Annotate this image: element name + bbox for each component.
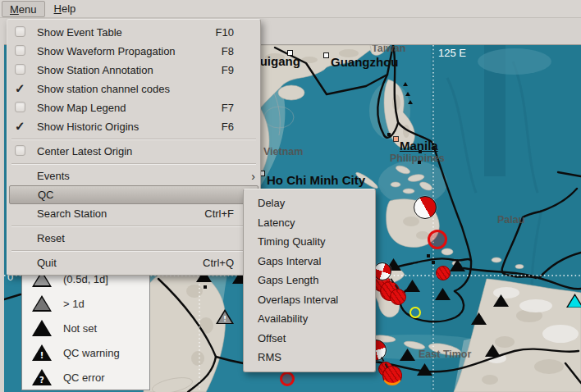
menu-separator — [8, 223, 259, 229]
station-square[interactable] — [204, 285, 207, 289]
legend-triangle-warning-icon: ! — [32, 344, 52, 361]
focal-mechanism[interactable] — [414, 196, 437, 219]
submenu-item-latency[interactable]: Latency — [244, 213, 375, 233]
menu-item-center-latest-origin[interactable]: Center Latest Origin — [7, 142, 260, 161]
station-triangle[interactable] — [485, 344, 501, 357]
legend-row: Not set — [22, 316, 149, 340]
station-square[interactable] — [432, 261, 435, 264]
menu-item-show-station-annotation[interactable]: Show Station Annotation F9 — [7, 61, 260, 80]
menu-item-reset[interactable]: Reset — [7, 229, 260, 248]
event-circle[interactable] — [382, 366, 402, 385]
station-triangle[interactable] — [493, 294, 509, 307]
event-circle[interactable] — [280, 371, 295, 386]
menu-item-events[interactable]: Events › — [7, 166, 260, 185]
submenu-arrow-icon: › — [247, 170, 255, 183]
submenu-item-offset[interactable]: Offset — [244, 329, 375, 349]
checkbox-unchecked-icon — [15, 45, 27, 57]
menu-item-show-station-channel-codes[interactable]: ✓ Show station channel codes — [7, 80, 260, 98]
menu-separator — [8, 136, 259, 142]
menubar-help[interactable]: Help — [47, 1, 84, 17]
menu-item-show-historic-origins[interactable]: ✓ Show Historic Origins F6 — [7, 117, 260, 136]
submenu-item-gaps-length[interactable]: Gaps Length — [244, 271, 375, 290]
menu-separator — [8, 161, 259, 166]
station-square[interactable] — [419, 150, 422, 153]
menu-item-show-event-table[interactable]: Show Event Table F10 — [7, 23, 260, 42]
legend-triangle-error-icon: ? — [32, 369, 52, 385]
menu-item-qc[interactable]: QC › — [9, 185, 258, 204]
event-circle-yellow[interactable] — [409, 307, 421, 318]
checkbox-unchecked-icon — [15, 26, 27, 39]
station-triangle-warning[interactable]: ! — [216, 309, 234, 324]
checkbox-unchecked-icon — [15, 145, 27, 157]
station-triangle[interactable] — [417, 363, 432, 376]
submenu-item-overlaps-interval[interactable]: Overlaps Interval — [244, 290, 375, 310]
legend-row: ? QC error — [22, 365, 149, 390]
submenu-item-timing-quality[interactable]: Timing Quality — [244, 232, 375, 252]
station-triangle[interactable] — [400, 349, 415, 361]
menu-item-show-map-legend[interactable]: Show Map Legend F7 — [7, 98, 260, 117]
menu-item-search-station[interactable]: Search Station Ctrl+F — [7, 204, 260, 223]
menu-item-show-waveform-propagation[interactable]: Show Waveform Propagation F8 — [7, 42, 260, 61]
checkmark-icon: ✓ — [15, 121, 27, 133]
submenu-item-availability[interactable]: Availability — [244, 309, 375, 329]
legend-row: ! QC warning — [22, 340, 149, 365]
focal-mechanism[interactable] — [373, 262, 391, 280]
checkmark-icon: ✓ — [15, 83, 27, 95]
station-triangle[interactable] — [471, 312, 487, 325]
station-triangle[interactable] — [405, 280, 420, 292]
menubar-menu[interactable]: Menu — [2, 1, 45, 17]
station-triangle[interactable] — [435, 288, 451, 300]
event-circle[interactable] — [436, 266, 451, 280]
menu-item-quit[interactable]: Quit Ctrl+Q — [7, 253, 260, 272]
legend-triangle-black-icon — [32, 320, 52, 336]
legend-triangle-darkgray-icon — [32, 295, 52, 312]
qc-submenu: Delay Latency Timing Quality Gaps Interv… — [243, 189, 376, 372]
station-triangle-cyan[interactable] — [566, 294, 581, 308]
station-square[interactable] — [387, 133, 391, 136]
event-circle[interactable] — [428, 230, 447, 249]
city-marker-guangzhou[interactable] — [323, 52, 329, 58]
checkbox-unchecked-icon — [15, 64, 27, 76]
menu-bar: Menu Help — [0, 0, 581, 18]
menu-separator — [8, 248, 259, 253]
station-triangle[interactable] — [450, 259, 465, 271]
checkbox-unchecked-icon — [15, 102, 27, 114]
station-square[interactable] — [427, 254, 430, 258]
event-circle[interactable] — [390, 289, 406, 305]
menu-popup: Show Event Table F10 Show Waveform Propa… — [7, 19, 261, 276]
submenu-item-gaps-interval[interactable]: Gaps Interval — [244, 252, 375, 271]
submenu-item-rms[interactable]: RMS — [244, 348, 375, 367]
submenu-item-delay[interactable]: Delay — [244, 194, 375, 213]
window-edge — [0, 18, 4, 392]
city-marker-guigang[interactable] — [287, 50, 293, 56]
application-window: 125 E 0 Guigang Guangzhou Taiwan Bangkok… — [0, 0, 581, 392]
legend-row: > 1d — [22, 291, 149, 316]
city-marker-manila[interactable] — [393, 136, 399, 142]
station-square[interactable] — [418, 161, 421, 164]
